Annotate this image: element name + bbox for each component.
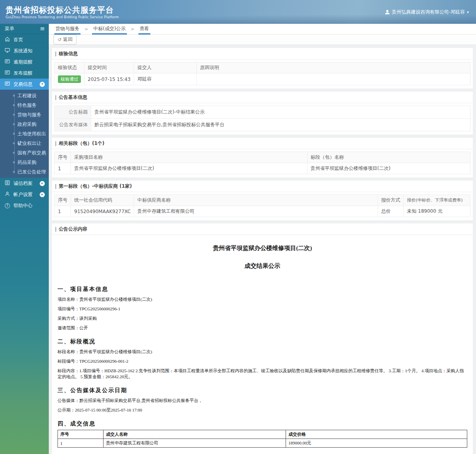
cell-quote-method: 总价 [378, 206, 404, 217]
submenu-label: 国有产权交易 [17, 150, 46, 156]
sidebar-item-credit-archive[interactable]: 诚信档案 ▸ [0, 178, 49, 189]
section-title: 第一标段（包）-中标供应商 (1家) [52, 181, 473, 192]
col-header: 提交人 [134, 62, 197, 73]
sidebar-item-help-center[interactable]: ? 帮助中心 [0, 200, 49, 211]
doc-line: 邀请范围：公开 [58, 325, 467, 331]
breadcrumb-separator: > [131, 27, 134, 32]
col-header: 序号 [58, 430, 104, 439]
section-marker [55, 227, 56, 232]
doc-heading-2: 二、标段概况 [58, 338, 467, 345]
section-title: 核验信息 [52, 48, 473, 60]
app-subtitle: GuiZhou Province Tendering and Bidding P… [6, 15, 119, 19]
table-header-row: 序号 成交人名称 成交价格 [58, 430, 467, 439]
menu-toggle-icon[interactable]: ≡ [40, 26, 45, 32]
breadcrumb-item-goods-services[interactable]: 货物与服务 [54, 23, 81, 35]
section-marker [55, 141, 56, 146]
col-header: 提交时间 [84, 62, 134, 73]
col-header: 标段（包）名称 [307, 152, 470, 163]
table-row: 1 贵州中存建筑工程有限公司 189000.00元 [58, 439, 467, 448]
col-header: 采购项目名称 [71, 152, 307, 163]
app-title: 贵州省招标投标公共服务平台 [6, 5, 119, 15]
app-header: 贵州省招标投标公共服务平台 GuiZhou Province Tendering… [0, 0, 476, 24]
app-logo: 贵州省招标投标公共服务平台 GuiZhou Province Tendering… [6, 5, 119, 19]
sidebar-item-account-settings[interactable]: 帐户设置 ▸ [0, 189, 49, 200]
cell-deal-price: 189000.00元 [286, 439, 467, 448]
breadcrumb-item-view[interactable]: 查看 [138, 23, 150, 35]
section-title-text: 第一标段（包）-中标供应商 (1家) [59, 183, 132, 190]
sidebar-item-overdue-reminder[interactable]: 逾期提醒 [0, 56, 49, 67]
deal-info-table: 序号 成交人名称 成交价格 1 贵州中存建筑工程有限公司 189000.00元 [58, 430, 467, 448]
col-header: 成交价格 [286, 430, 467, 439]
user-menu[interactable]: 贵州弘典建设咨询有限公司-邓廷容 ▾ [385, 9, 469, 15]
sidebar-submenu: 工程建设 特色服务 货物与服务 政府采购 土地使用权出让 矿业权出让 国有产权交… [0, 90, 49, 178]
sidebar-item-label: 系统通知 [13, 48, 33, 54]
submenu-item-state-property[interactable]: 国有产权交易 [0, 148, 49, 158]
col-header: 核验状态 [55, 62, 84, 73]
col-header: 中标供应商名称 [134, 195, 378, 206]
sidebar-item-home[interactable]: 首页 [0, 34, 49, 45]
table-header-row: 序号 采购项目名称 标段（包）名称 [55, 152, 470, 163]
main-content: 货物与服务 > 中标(成交)公示 > 查看 ↺ 返回 核验信息 核验状态 提交时… [49, 24, 476, 454]
submenu-item-special-services[interactable]: 特色服务 [0, 100, 49, 110]
cell-winner-name: 贵州中存建筑工程有限公司 [104, 439, 286, 448]
doc-line: 项目名称：贵州省平坝监狱办公楼维修项目(二次) [58, 296, 467, 302]
person-icon [5, 191, 10, 198]
diamond-bullet-icon [13, 123, 15, 125]
verify-status-cell: 核验通过 [55, 73, 84, 85]
submenu-item-engineering[interactable]: 工程建设 [0, 91, 49, 100]
folder-icon [5, 59, 10, 65]
cell-supplier-name: 贵州中存建筑工程有限公司 [134, 206, 378, 217]
doc-line: 公示期：2025-07-15 00:00至2025-07-16 17:00 [58, 407, 467, 413]
user-name: 贵州弘典建设咨询有限公司-邓廷容 [392, 9, 465, 15]
section-marker [55, 184, 56, 189]
submenu-label: 药品采购 [17, 160, 36, 165]
cell-credit-code: 91520490MAAK9277XC [71, 206, 134, 217]
user-icon [385, 10, 390, 15]
submenu-item-gov-procurement[interactable]: 政府采购 [0, 119, 49, 129]
field-label: 公告标题 [55, 106, 91, 119]
submenu-label: 矿业权出让 [17, 140, 41, 146]
doc-heading-3: 三、公告媒体及公示日期 [58, 387, 467, 394]
announcement-media-value: 黔云招采电子招标采购交易平台,贵州省招标投标公共服务平台 [91, 119, 470, 131]
table-header-row: 核验状态 提交时间 提交人 原因说明 [55, 62, 470, 73]
sidebar-item-publish-reminder[interactable]: 发布提醒 [0, 67, 49, 79]
diamond-bullet-icon [13, 171, 15, 173]
breadcrumb: 货物与服务 > 中标(成交)公示 > 查看 [49, 24, 476, 35]
verify-time-cell: 2025-07-15 15:43 [84, 73, 134, 85]
sidebar-item-notifications[interactable]: 系统通知 [0, 45, 49, 56]
submenu-item-published-notices[interactable]: 已发公告处理 [0, 167, 49, 177]
breadcrumb-item-award-notice[interactable]: 中标(成交)公示 [92, 23, 127, 35]
submenu-item-mining-rights[interactable]: 矿业权出让 [0, 139, 49, 148]
cell-project-name: 贵州省平坝监狱办公楼维修项目(二次) [71, 163, 307, 174]
announcement-info-table: 公告标题 贵州省平坝监狱办公楼维修项目(二次)-中标结果公示 公告发布媒体 黔云… [54, 106, 470, 131]
section-related-lots: 相关标段（包）(1个) 序号 采购项目名称 标段（包）名称 1 贵州省平坝监狱办… [52, 138, 473, 177]
col-header: 成交人名称 [104, 430, 286, 439]
doc-heading-4: 四、成交信息 [58, 420, 467, 427]
section-title: 相关标段（包）(1个) [52, 138, 473, 149]
folder-icon [5, 81, 10, 87]
sidebar-item-label: 交易信息 [13, 81, 33, 88]
status-badge: 核验通过 [58, 75, 81, 83]
sidebar-item-label: 诚信档案 [13, 180, 33, 187]
folder-icon [5, 70, 10, 76]
col-header: 序号 [55, 152, 71, 163]
doc-heading-1: 一、项目基本信息 [58, 286, 467, 293]
back-button[interactable]: ↺ 返回 [54, 35, 77, 44]
submenu-item-land-rights[interactable]: 土地使用权出让 [0, 129, 49, 139]
col-header: 序号 [55, 195, 71, 206]
sidebar-item-trade-info[interactable]: 交易信息 ▾ [0, 79, 49, 90]
submenu-item-drug-procurement[interactable]: 药品采购 [0, 158, 49, 167]
menu-label: 菜单 [5, 25, 14, 32]
related-lots-table: 序号 采购项目名称 标段（包）名称 1 贵州省平坝监狱办公楼维修项目(二次) 贵… [54, 152, 470, 174]
sidebar: 菜单 ≡ 首页 系统通知 逾期提醒 发布提醒 交易信息 ▾ 工程建设 特色服务 … [0, 24, 49, 454]
announcement-title-value: 贵州省平坝监狱办公楼维修项目(二次)-中标结果公示 [91, 106, 470, 119]
doc-line: 项目编号：TPCG202506000296-1 [58, 306, 467, 312]
table-row: 1 贵州省平坝监狱办公楼维修项目(二次) 贵州省平坝监狱办公楼维修项目(二次) [55, 163, 470, 174]
cell-index: 1 [58, 439, 104, 448]
submenu-item-goods-services[interactable]: 货物与服务 [0, 110, 49, 119]
chevron-down-icon: ▾ [467, 10, 469, 14]
notice-document: 贵州省平坝监狱办公楼维修项目(二次) 成交结果公示 一、项目基本信息 项目名称：… [52, 235, 473, 454]
section-verify-info: 核验信息 核验状态 提交时间 提交人 原因说明 核验通过 2025-07-15 … [52, 48, 473, 88]
section-winning-supplier: 第一标段（包）-中标供应商 (1家) 序号 统一社会信用代码 中标供应商名称 报… [52, 181, 473, 220]
doc-line: 采购方式：谈判采购 [58, 315, 467, 321]
